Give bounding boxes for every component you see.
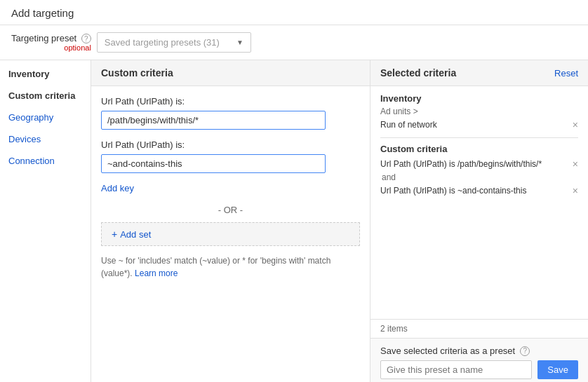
url-path-input-1[interactable] — [101, 111, 326, 130]
add-set-icon: + — [112, 228, 117, 240]
sidebar-item-custom-criteria[interactable]: Custom criteria — [0, 85, 91, 107]
page-title: Add targeting — [11, 7, 74, 19]
page-header: Add targeting — [0, 0, 588, 25]
sidebar: Inventory Custom criteria Geography Devi… — [0, 60, 91, 382]
targeting-preset-label-group: Targeting preset ? optional — [11, 33, 91, 53]
sidebar-item-connection[interactable]: Connection — [0, 150, 91, 172]
preset-name-input[interactable] — [380, 360, 532, 379]
targeting-preset-dropdown[interactable]: Saved targeting presets (31) ▼ — [97, 32, 251, 53]
run-of-network-text: Run of network — [380, 120, 568, 130]
or-divider: - OR - — [101, 205, 360, 215]
main-content: Inventory Custom criteria Geography Devi… — [0, 60, 588, 382]
dropdown-arrow-icon: ▼ — [236, 39, 243, 46]
reset-link[interactable]: Reset — [554, 68, 578, 79]
selected-criteria-panel: Selected criteria Reset Inventory Ad uni… — [370, 60, 588, 382]
preset-dropdown-placeholder: Saved targeting presets (31) — [105, 37, 220, 48]
criteria-panel: Custom criteria Url Path (UrlPath) is: U… — [91, 60, 370, 382]
inventory-section-title: Inventory — [380, 93, 578, 104]
criteria-item-1: Url Path (UrlPath) is /path/begins/with/… — [380, 157, 578, 171]
criteria-section-divider — [380, 137, 578, 138]
criteria-body: Url Path (UrlPath) is: Url Path (UrlPath… — [91, 86, 370, 382]
selected-criteria-header: Selected criteria Reset — [370, 60, 588, 86]
selected-criteria-title: Selected criteria — [380, 67, 456, 79]
remove-criteria-1-icon[interactable]: × — [573, 159, 578, 169]
url-path-label-1: Url Path (UrlPath) is: — [101, 96, 360, 107]
targeting-preset-row: Targeting preset ? optional Saved target… — [0, 25, 588, 60]
add-set-button[interactable]: + Add set — [101, 222, 360, 246]
sidebar-item-devices[interactable]: Devices — [0, 128, 91, 150]
save-preset-row: Save — [380, 360, 578, 379]
learn-more-link[interactable]: Learn more — [135, 268, 178, 278]
targeting-preset-help-icon[interactable]: ? — [81, 34, 91, 43]
criteria-item-1-text: Url Path (UrlPath) is /path/begins/with/… — [380, 159, 568, 169]
url-path-label-2: Url Path (UrlPath) is: — [101, 139, 360, 150]
custom-criteria-selected-section: Custom criteria Url Path (UrlPath) is /p… — [380, 144, 578, 198]
custom-criteria-selected-title: Custom criteria — [380, 144, 578, 154]
items-count: 2 items — [370, 319, 588, 338]
selected-criteria-body: Inventory Ad units > Run of network × Cu… — [370, 86, 588, 319]
remove-criteria-2-icon[interactable]: × — [573, 186, 578, 196]
run-of-network-item: Run of network × — [380, 118, 578, 132]
save-preset-help-icon[interactable]: ? — [520, 346, 530, 356]
url-path-input-2[interactable] — [101, 154, 326, 173]
hint-text: Use ~ for 'includes' match (~value) or *… — [101, 254, 360, 280]
add-key-link[interactable]: Add key — [101, 183, 134, 193]
criteria-header: Custom criteria — [91, 60, 370, 86]
ad-units-sub: Ad units > — [380, 107, 578, 116]
criteria-item-2-text: Url Path (UrlPath) is ~and-contains-this — [380, 186, 568, 196]
url-path-group-1: Url Path (UrlPath) is: — [101, 96, 360, 130]
url-path-group-2: Url Path (UrlPath) is: — [101, 139, 360, 173]
sidebar-item-geography[interactable]: Geography — [0, 107, 91, 128]
sidebar-item-inventory[interactable]: Inventory — [0, 63, 91, 85]
targeting-preset-optional: optional — [11, 43, 91, 52]
and-label: and — [382, 171, 578, 184]
criteria-item-2: Url Path (UrlPath) is ~and-contains-this… — [380, 184, 578, 198]
remove-run-of-network-icon[interactable]: × — [573, 120, 578, 130]
targeting-preset-label: Targeting preset ? — [11, 33, 91, 43]
add-set-label: Add set — [120, 229, 151, 240]
save-preset-section: Save selected criteria as a preset ? Sav… — [370, 338, 588, 382]
save-preset-label: Save selected criteria as a preset ? — [380, 346, 578, 356]
save-button[interactable]: Save — [537, 360, 578, 379]
